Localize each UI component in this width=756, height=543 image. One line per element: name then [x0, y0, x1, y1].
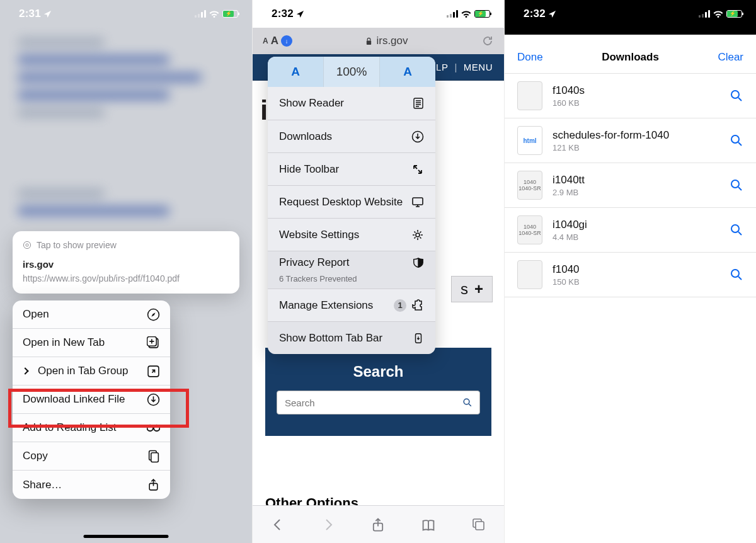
lock-icon	[365, 37, 372, 45]
signal-icon	[195, 10, 206, 18]
downloads-header: Done Downloads Clear	[505, 41, 756, 74]
aa-menu: A 100% A Show Reader Downloads Hide Tool…	[268, 57, 435, 354]
menu-share[interactable]: Share…	[13, 471, 170, 499]
reveal-in-files-button[interactable]	[730, 89, 743, 103]
reveal-in-files-button[interactable]	[730, 268, 743, 282]
download-row[interactable]: f1040s160 KB	[505, 74, 756, 118]
reveal-in-files-button[interactable]	[730, 178, 743, 192]
downloads-list: f1040s160 KBhtmlschedules-for-form-10401…	[505, 74, 756, 297]
menu-downloads[interactable]: Downloads	[268, 120, 435, 152]
menu-request-desktop[interactable]: Request Desktop Website	[268, 185, 435, 218]
search-icon[interactable]	[462, 397, 472, 408]
download-row[interactable]: f1040150 KB	[505, 253, 756, 297]
location-icon	[43, 10, 52, 18]
download-row[interactable]: 1040 1040-SRi1040gi4.4 MB	[505, 208, 756, 253]
battery-icon: ⚡	[222, 10, 238, 18]
home-indicator	[84, 535, 169, 538]
preview-hint: Tap to show preview	[23, 240, 229, 250]
reveal-in-files-button[interactable]	[730, 223, 743, 237]
share-icon	[147, 478, 160, 491]
phone-icon	[413, 332, 424, 345]
wifi-icon	[713, 10, 724, 18]
file-name: f1040	[553, 263, 580, 276]
menu-website-settings[interactable]: Website Settings	[268, 218, 435, 251]
menu-link[interactable]: MENU	[464, 62, 493, 72]
url-bar[interactable]: AA ↓ irs.gov	[253, 28, 504, 54]
highlight-annotation	[8, 389, 189, 428]
file-name: i1040gi	[553, 219, 587, 231]
wifi-icon	[209, 10, 220, 18]
arrow-out-icon	[147, 365, 160, 378]
status-bar: 2:32 ⚡	[253, 0, 504, 28]
menu-privacy-report[interactable]: Privacy Report 6 Trackers Prevented	[268, 251, 435, 289]
forward-icon[interactable]	[321, 517, 336, 532]
zoom-row: A 100% A	[268, 57, 435, 87]
file-name: schedules-for-form-1040	[553, 129, 669, 142]
file-thumbnail: 1040 1040-SR	[517, 215, 542, 244]
extensions-count-badge: 1	[394, 299, 406, 312]
zoom-out-button[interactable]: A	[268, 57, 323, 87]
share-icon[interactable]	[370, 517, 386, 532]
download-circle-icon	[411, 130, 424, 143]
file-size: 2.9 MB	[553, 188, 585, 197]
plus-square-icon	[147, 336, 160, 350]
menu-open-new-tab[interactable]: Open in New Tab	[13, 329, 170, 357]
menu-open-tab-group[interactable]: Open in Tab Group	[13, 357, 170, 386]
chevron-right-icon	[21, 367, 28, 374]
file-thumbnail: 1040 1040-SR	[517, 171, 542, 200]
shield-icon	[413, 256, 424, 269]
zoom-in-button[interactable]: A	[380, 57, 435, 87]
url-host[interactable]: irs.gov	[297, 35, 476, 47]
gear-icon	[411, 229, 424, 241]
file-size: 121 KB	[553, 143, 669, 152]
download-row[interactable]: 1040 1040-SRi1040tt2.9 MB	[505, 163, 756, 208]
tabs-icon[interactable]	[471, 517, 486, 532]
download-indicator-icon: ↓	[281, 35, 292, 47]
back-icon[interactable]	[270, 517, 285, 532]
refresh-icon[interactable]	[481, 35, 494, 47]
clock: 2:32	[524, 8, 546, 20]
location-icon	[548, 10, 556, 18]
wifi-icon	[461, 10, 472, 18]
battery-icon: ⚡	[726, 10, 742, 18]
compass-icon	[147, 308, 160, 321]
file-thumbnail	[517, 260, 542, 289]
downloads-title: Downloads	[602, 51, 659, 64]
puzzle-icon	[411, 299, 424, 312]
download-row[interactable]: htmlschedules-for-form-1040121 KB	[505, 118, 756, 163]
file-name: i1040tt	[553, 174, 585, 186]
file-size: 4.4 MB	[553, 232, 587, 242]
search-title: Search	[277, 363, 480, 380]
file-size: 160 KB	[553, 98, 585, 108]
link-preview-card[interactable]: Tap to show preview irs.gov https://www.…	[13, 231, 239, 294]
clock: 2:31	[19, 8, 41, 20]
menu-copy[interactable]: Copy	[13, 442, 170, 471]
section-chip[interactable]: s+	[451, 276, 493, 302]
bottom-toolbar	[253, 505, 504, 543]
location-icon	[296, 10, 304, 18]
status-bar: 2:32 ⚡	[505, 0, 756, 28]
menu-bottom-tab-bar[interactable]: Show Bottom Tab Bar	[268, 321, 435, 354]
file-name: f1040s	[553, 84, 585, 97]
aa-button[interactable]: AA ↓	[263, 35, 292, 47]
clear-button[interactable]: Clear	[718, 51, 743, 64]
menu-manage-extensions[interactable]: Manage Extensions 1	[268, 289, 435, 321]
search-input[interactable]	[277, 391, 480, 414]
phone-screenshot-1: 2:31 ⚡ Tap to show preview irs.gov https…	[0, 0, 252, 543]
file-thumbnail	[517, 81, 542, 110]
phone-screenshot-3: 2:32 ⚡ Done Downloads Clear f1040s160 KB…	[504, 0, 756, 543]
signal-icon	[447, 10, 458, 18]
menu-open[interactable]: Open	[13, 300, 170, 329]
phone-screenshot-2: 2:32 ⚡ AA ↓ irs.gov HELP | MENU ions s+	[252, 0, 504, 543]
expand-icon	[411, 163, 424, 176]
done-button[interactable]: Done	[517, 51, 543, 64]
status-bar: 2:31 ⚡	[0, 0, 252, 28]
menu-show-reader[interactable]: Show Reader	[268, 87, 435, 120]
file-size: 150 KB	[553, 277, 580, 287]
clock: 2:32	[272, 8, 294, 20]
menu-hide-toolbar[interactable]: Hide Toolbar	[268, 152, 435, 185]
reveal-in-files-button[interactable]	[730, 134, 743, 147]
zoom-level: 100%	[323, 57, 380, 87]
bookmarks-icon[interactable]	[421, 517, 436, 532]
desktop-icon	[411, 196, 424, 209]
